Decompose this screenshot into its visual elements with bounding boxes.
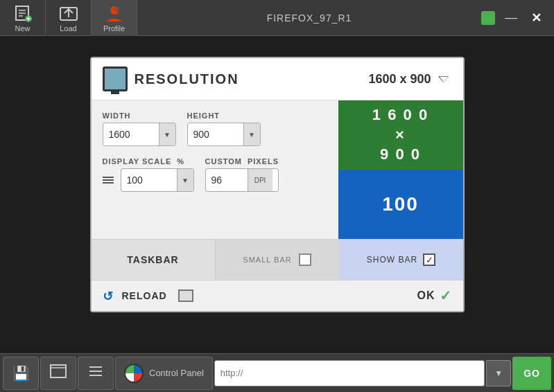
scale-lines-icon — [103, 177, 114, 184]
list-button[interactable] — [78, 357, 114, 390]
toolbar-right: — ✕ — [481, 8, 554, 28]
load-icon — [59, 3, 78, 23]
main-area: RESOLUTION 1600 x 900 — [0, 36, 554, 353]
height-group: HEIGHT ▼ — [187, 112, 261, 146]
bottom-taskbar: 💾 Control Panel ▼ GO — [0, 353, 554, 392]
reload-button[interactable]: ↺ RELOAD — [103, 289, 193, 303]
reload-label: RELOAD — [122, 290, 167, 301]
close-button[interactable]: ✕ — [527, 8, 546, 28]
height-dropdown-arrow[interactable]: ▼ — [243, 123, 260, 145]
url-bar-wrap — [214, 360, 485, 386]
new-icon — [13, 3, 33, 23]
load-button[interactable]: Load — [46, 0, 92, 36]
save-button[interactable]: 💾 — [3, 357, 39, 390]
scale-input-wrap: ▼ — [121, 168, 194, 192]
scale-preview: 100 — [338, 170, 463, 239]
small-bar-checkbox[interactable] — [299, 253, 311, 266]
url-dropdown-button[interactable]: ▼ — [486, 360, 511, 386]
custom-pixels-input[interactable] — [206, 170, 248, 190]
dimension-row: WIDTH ▼ HEIGHT ▼ — [103, 112, 327, 146]
resolution-preview: 1 6 0 0×9 0 0 — [338, 100, 463, 170]
dpi-label: DPI — [248, 169, 272, 191]
display-scale-group: DISPLAY SCALE % ▼ — [103, 157, 194, 192]
load-label: Load — [60, 24, 76, 33]
svg-rect-13 — [51, 365, 66, 377]
smallbar-section: SMALL BAR — [216, 240, 340, 280]
width-label: WIDTH — [103, 112, 176, 120]
width-group: WIDTH ▼ — [103, 112, 176, 146]
width-dropdown-arrow[interactable]: ▼ — [159, 123, 175, 145]
window-button[interactable] — [40, 357, 76, 390]
width-input-wrap: ▼ — [103, 123, 176, 146]
show-bar-checkbox[interactable]: ✓ — [423, 253, 435, 266]
svg-marker-12 — [440, 77, 448, 82]
taskbar-label: TASKBAR — [127, 254, 178, 265]
scale-row: DISPLAY SCALE % ▼ — [103, 157, 327, 192]
toolbar-title: FIREFOX_97_R1 — [137, 12, 481, 24]
monitor-icon — [103, 66, 128, 91]
reload-icon: ↺ — [103, 289, 116, 303]
resolution-display: 1600 x 900 — [368, 71, 451, 87]
showbar-section: SHOW BAR ✓ — [340, 240, 463, 280]
ok-label: OK — [417, 289, 435, 302]
height-input-wrap: ▼ — [187, 123, 261, 146]
ok-button[interactable]: OK ✓ — [417, 287, 452, 304]
url-input[interactable] — [220, 368, 478, 378]
profile-button[interactable]: Profile — [92, 0, 137, 36]
resolution-dropdown-icon[interactable] — [435, 71, 452, 87]
new-button[interactable]: New — [0, 0, 46, 36]
small-bar-label: SMALL BAR — [243, 256, 291, 264]
profile-label: Profile — [103, 24, 125, 33]
height-label: HEIGHT — [187, 112, 261, 120]
modal-footer: ↺ RELOAD OK ✓ — [92, 280, 463, 311]
width-input[interactable] — [103, 125, 159, 144]
ok-check-icon: ✓ — [440, 287, 452, 304]
minimize-button[interactable]: — — [501, 8, 521, 28]
height-input[interactable] — [188, 125, 243, 144]
display-scale-input[interactable] — [121, 170, 177, 190]
resolution-modal: RESOLUTION 1600 x 900 — [90, 57, 465, 312]
resolution-value: 1600 x 900 — [368, 72, 431, 87]
control-panel-icon — [124, 364, 144, 383]
status-indicator — [481, 11, 495, 25]
display-scale-label: DISPLAY SCALE — [103, 157, 172, 166]
modal-bottom: TASKBAR SMALL BAR SHOW BAR ✓ — [92, 239, 463, 280]
resolution-preview-text: 1 6 0 0×9 0 0 — [372, 105, 429, 165]
scale-preview-text: 100 — [382, 193, 419, 215]
list-icon — [88, 364, 103, 382]
modal-right: 1 6 0 0×9 0 0 100 — [338, 100, 463, 239]
control-panel-button[interactable]: Control Panel — [115, 357, 213, 390]
svg-point-10 — [114, 6, 120, 12]
control-panel-label: Control Panel — [149, 368, 204, 378]
modal-title: RESOLUTION — [135, 71, 239, 87]
show-bar-label: SHOW BAR — [367, 255, 417, 265]
modal-body: WIDTH ▼ HEIGHT ▼ — [92, 100, 463, 239]
taskbar-section: TASKBAR — [92, 240, 216, 280]
modal-header-left: RESOLUTION — [103, 66, 239, 91]
save-icon: 💾 — [12, 365, 30, 382]
display-scale-unit: % — [177, 157, 184, 166]
custom-unit: PIXELS — [248, 157, 279, 166]
modal-header: RESOLUTION 1600 x 900 — [92, 58, 463, 100]
profile-icon — [105, 3, 124, 23]
modal-left: WIDTH ▼ HEIGHT ▼ — [92, 100, 338, 239]
new-label: New — [15, 24, 30, 33]
custom-pixels-group: CUSTOM PIXELS DPI — [205, 157, 279, 192]
modal-overlay: RESOLUTION 1600 x 900 — [0, 36, 554, 353]
custom-label: CUSTOM — [205, 157, 242, 166]
go-label: GO — [523, 368, 540, 379]
window-icon — [50, 364, 67, 382]
window-preview-icon — [178, 289, 193, 302]
custom-input-wrap: DPI — [205, 168, 279, 192]
top-toolbar: New Load Profile FIREFOX_97_R1 — ✕ — [0, 0, 554, 36]
scale-dropdown-arrow[interactable]: ▼ — [177, 169, 193, 191]
go-button[interactable]: GO — [512, 357, 551, 390]
